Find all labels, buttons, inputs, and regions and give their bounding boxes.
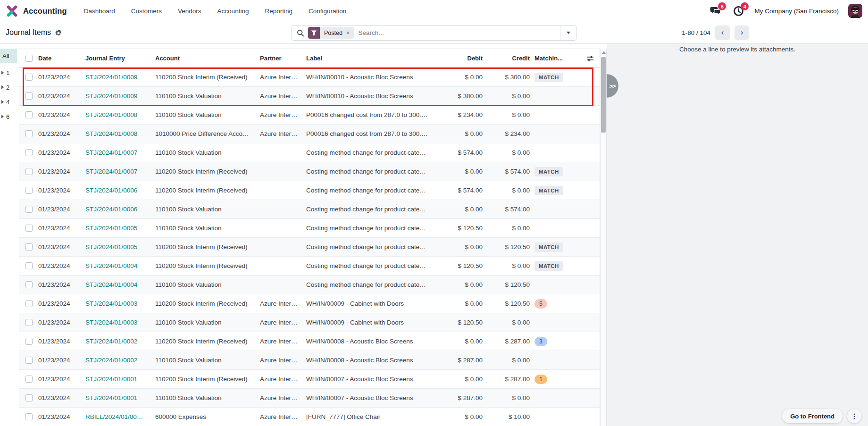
journal-entry-link[interactable]: STJ/2024/01/0005 (85, 243, 137, 251)
matching-badge[interactable]: 3 (534, 337, 547, 346)
search-input[interactable] (354, 29, 560, 36)
row-checkbox[interactable] (25, 111, 33, 118)
row-checkbox[interactable] (25, 149, 33, 156)
journal-entry-link[interactable]: STJ/2024/01/0007 (85, 149, 137, 156)
journal-entry-link[interactable]: STJ/2024/01/0001 (85, 394, 137, 401)
table-row[interactable]: 01/23/2024 STJ/2024/01/0004 110200 Stock… (19, 257, 600, 276)
table-row[interactable]: 01/23/2024 STJ/2024/01/0001 110100 Stock… (19, 389, 600, 408)
journal-entry-link[interactable]: STJ/2024/01/0003 (85, 319, 137, 326)
group-item-6[interactable]: 6 (0, 110, 17, 123)
row-checkbox[interactable] (25, 357, 33, 364)
scrollbar-thumb[interactable] (601, 57, 606, 133)
matching-badge[interactable]: MATCH (534, 242, 563, 252)
table-row[interactable]: 01/23/2024 STJ/2024/01/0004 110100 Stock… (19, 276, 600, 294)
journal-entry-link[interactable]: STJ/2024/01/0002 (85, 338, 137, 345)
menu-vendors[interactable]: Vendors (178, 8, 201, 15)
group-filter-all[interactable]: All (0, 49, 17, 63)
menu-accounting[interactable]: Accounting (217, 8, 249, 15)
table-row[interactable]: 01/23/2024 STJ/2024/01/0003 110100 Stock… (19, 313, 600, 332)
expand-panel-button[interactable]: >> (607, 74, 618, 98)
table-row[interactable]: 01/23/2024 STJ/2024/01/0006 110100 Stock… (19, 200, 600, 219)
row-checkbox[interactable] (25, 74, 33, 81)
column-header-credit[interactable]: Credit (487, 55, 534, 62)
group-item-2[interactable]: 2 (0, 81, 17, 93)
column-header-debit[interactable]: Debit (444, 55, 487, 62)
user-avatar[interactable] (848, 4, 862, 18)
select-all-checkbox[interactable] (25, 55, 33, 62)
matching-badge[interactable]: MATCH (534, 186, 563, 195)
table-row[interactable]: 01/23/2024 STJ/2024/01/0006 110200 Stock… (19, 181, 600, 200)
table-row[interactable]: 01/23/2024 STJ/2024/01/0008 110100 Stock… (19, 106, 600, 125)
menu-reporting[interactable]: Reporting (265, 8, 292, 15)
table-row[interactable]: 01/23/2024 STJ/2024/01/0008 1010000 Pric… (19, 125, 600, 143)
table-row[interactable]: 01/23/2024 STJ/2024/01/0009 110200 Stock… (19, 68, 600, 87)
row-checkbox[interactable] (25, 281, 33, 288)
row-checkbox[interactable] (25, 300, 33, 307)
journal-entry-link[interactable]: STJ/2024/01/0006 (85, 206, 137, 213)
journal-entry-link[interactable]: STJ/2024/01/0002 (85, 357, 137, 364)
column-header-partner[interactable]: Partner (260, 55, 306, 62)
column-header-matching[interactable]: Matchin... (534, 55, 579, 62)
journal-entry-link[interactable]: STJ/2024/01/0009 (85, 92, 137, 100)
row-checkbox[interactable] (25, 187, 33, 194)
table-row[interactable]: 01/23/2024 STJ/2024/01/0005 110100 Stock… (19, 219, 600, 238)
table-row[interactable]: 01/23/2024 STJ/2024/01/0002 110100 Stock… (19, 351, 600, 370)
table-row[interactable]: 01/23/2024 STJ/2024/01/0002 110200 Stock… (19, 332, 600, 351)
facet-remove-button[interactable]: × (345, 27, 354, 39)
row-checkbox[interactable] (25, 319, 33, 326)
messages-button[interactable]: 6 (709, 4, 722, 17)
journal-entry-link[interactable]: RBILL/2024/01/00… (85, 413, 143, 420)
kebab-menu-button[interactable]: ⋮ (847, 409, 861, 423)
matching-badge[interactable]: MATCH (534, 261, 563, 271)
matching-badge[interactable]: MATCH (534, 73, 563, 82)
table-row[interactable]: 01/23/2024 STJ/2024/01/0001 110200 Stock… (19, 370, 600, 389)
row-checkbox[interactable] (25, 92, 33, 100)
row-checkbox[interactable] (25, 243, 33, 251)
group-item-1[interactable]: 1 (0, 67, 17, 79)
column-header-date[interactable]: Date (38, 55, 85, 62)
optional-columns-button[interactable] (579, 55, 601, 62)
pager-next-button[interactable]: › (734, 25, 749, 40)
row-checkbox[interactable] (25, 130, 33, 137)
row-checkbox[interactable] (25, 225, 33, 232)
view-settings-gear-icon[interactable] (55, 29, 62, 36)
row-checkbox[interactable] (25, 413, 33, 420)
matching-badge[interactable]: 1 (534, 375, 547, 384)
scroll-up-arrow-icon[interactable] (602, 51, 606, 54)
company-switcher[interactable]: My Company (San Francisco) (754, 8, 839, 15)
column-header-label[interactable]: Label (306, 55, 444, 62)
journal-entry-link[interactable]: STJ/2024/01/0008 (85, 130, 137, 137)
search-dropdown-toggle[interactable] (560, 25, 576, 40)
menu-configuration[interactable]: Configuration (309, 8, 346, 15)
activities-button[interactable]: 4 (732, 4, 745, 17)
row-checkbox[interactable] (25, 376, 33, 383)
table-row[interactable]: 01/23/2024 STJ/2024/01/0003 110200 Stock… (19, 294, 600, 313)
row-checkbox[interactable] (25, 262, 33, 269)
table-row[interactable]: 01/23/2024 STJ/2024/01/0005 110200 Stock… (19, 238, 600, 257)
row-checkbox[interactable] (25, 168, 33, 175)
pager-previous-button[interactable]: ‹ (715, 25, 730, 40)
go-to-frontend-button[interactable]: Go to Frontend (782, 409, 843, 423)
column-header-journal-entry[interactable]: Journal Entry (85, 55, 155, 62)
group-item-4[interactable]: 4 (0, 96, 17, 108)
journal-entry-link[interactable]: STJ/2024/01/0006 (85, 187, 137, 194)
journal-entry-link[interactable]: STJ/2024/01/0009 (85, 74, 137, 81)
table-row[interactable]: 01/23/2024 STJ/2024/01/0007 110200 Stock… (19, 162, 600, 181)
journal-entry-link[interactable]: STJ/2024/01/0004 (85, 262, 137, 269)
journal-entry-link[interactable]: STJ/2024/01/0003 (85, 300, 137, 307)
brand-wrap[interactable]: Accounting (0, 5, 67, 17)
matching-badge[interactable]: 5 (534, 299, 547, 309)
journal-entry-link[interactable]: STJ/2024/01/0004 (85, 281, 137, 288)
row-checkbox[interactable] (25, 206, 33, 213)
table-row[interactable]: 01/23/2024 STJ/2024/01/0009 110100 Stock… (19, 87, 600, 106)
journal-entry-link[interactable]: STJ/2024/01/0005 (85, 225, 137, 232)
journal-entry-link[interactable]: STJ/2024/01/0007 (85, 168, 137, 175)
table-row[interactable]: 01/23/2024 RBILL/2024/01/00… 600000 Expe… (19, 408, 600, 426)
journal-entry-link[interactable]: STJ/2024/01/0001 (85, 376, 137, 383)
row-checkbox[interactable] (25, 394, 33, 401)
row-checkbox[interactable] (25, 338, 33, 345)
menu-dashboard[interactable]: Dashboard (84, 8, 115, 15)
menu-customers[interactable]: Customers (131, 8, 162, 15)
column-header-account[interactable]: Account (155, 55, 260, 62)
table-scrollbar[interactable] (600, 49, 607, 426)
